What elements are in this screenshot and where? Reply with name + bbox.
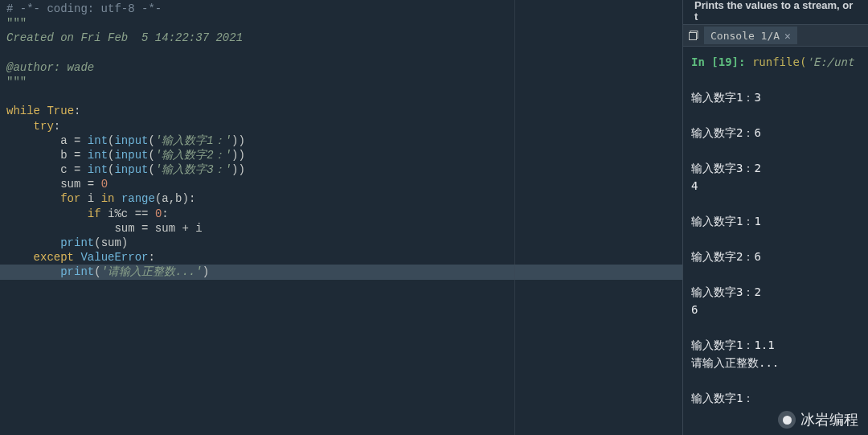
console-line <box>691 230 860 248</box>
console-line: 输入数字3：2 <box>691 283 860 301</box>
console-line <box>691 318 860 336</box>
console-line: 输入数字2：6 <box>691 124 860 142</box>
console-line: 输入数字3：2 <box>691 159 860 177</box>
code-line[interactable]: for i in range(a,b): <box>6 191 676 206</box>
code-line[interactable]: try: <box>6 119 676 133</box>
console-line: 4 <box>691 177 860 195</box>
console-line: 6 <box>691 301 860 318</box>
console-line <box>691 142 860 159</box>
right-panel: Prints the values to a stream, or t curr… <box>683 0 868 435</box>
console-prompt-line: In [19]: runfile('E:/unt <box>691 53 860 71</box>
console-line: 输入数字1：1 <box>691 212 860 230</box>
console-line: 输入数字1：3 <box>691 88 860 106</box>
code-line[interactable]: print(sum) <box>6 236 676 250</box>
console-output[interactable]: In [19]: runfile('E:/unt 输入数字1：3 输入数字2：6… <box>683 47 868 435</box>
code-line[interactable]: # -*- coding: utf-8 -*- <box>6 2 676 16</box>
wechat-icon <box>778 411 796 429</box>
code-line[interactable]: b = int(input('输入数字2：')) <box>6 148 676 162</box>
console-line: 输入数字2：6 <box>691 248 860 265</box>
code-line[interactable]: c = int(input('输入数字3：')) <box>6 162 676 177</box>
console-line <box>691 371 860 389</box>
console-line: 输入数字1：1.1 <box>691 336 860 354</box>
code-line[interactable]: sum = 0 <box>6 177 676 191</box>
tab-label: Console 1/A <box>710 30 780 42</box>
svg-rect-1 <box>690 33 697 40</box>
code-line[interactable]: Created on Fri Feb 5 14:22:37 2021 <box>6 31 676 45</box>
editor-content[interactable]: # -*- coding: utf-8 -*-"""Created on Fri… <box>0 0 682 281</box>
console-line: 请输入正整数... <box>691 354 860 371</box>
watermark: 冰岩编程 <box>778 411 858 429</box>
restore-window-icon[interactable] <box>688 30 699 41</box>
code-line[interactable] <box>6 46 676 60</box>
console-line <box>691 71 860 88</box>
console-line <box>691 106 860 124</box>
console-tab[interactable]: Console 1/A ✕ <box>704 27 797 44</box>
code-line[interactable]: if i%c == 0: <box>6 207 676 221</box>
console-line: 输入数字1： <box>691 389 860 407</box>
console-line <box>691 265 860 283</box>
code-line[interactable]: a = int(input('输入数字1：')) <box>6 133 676 148</box>
code-line[interactable]: @author: wade <box>6 60 676 75</box>
console-tab-bar: Console 1/A ✕ <box>683 24 868 47</box>
code-line[interactable]: sum = sum + i <box>6 221 676 236</box>
code-line[interactable] <box>6 89 676 104</box>
close-icon[interactable]: ✕ <box>784 30 791 42</box>
console-line <box>691 195 860 212</box>
editor-ruler <box>514 0 515 435</box>
code-line[interactable]: """ <box>6 75 676 89</box>
code-line[interactable]: while True: <box>6 104 676 118</box>
watermark-text: 冰岩编程 <box>800 411 858 429</box>
help-preview: Prints the values to a stream, or t curr… <box>683 0 868 24</box>
code-editor[interactable]: # -*- coding: utf-8 -*-"""Created on Fri… <box>0 0 683 435</box>
help-line: Prints the values to a stream, or t <box>694 0 857 23</box>
code-line[interactable]: print('请输入正整数...') <box>0 265 682 279</box>
code-line[interactable]: except ValueError: <box>6 250 676 265</box>
code-line[interactable]: """ <box>6 16 676 31</box>
